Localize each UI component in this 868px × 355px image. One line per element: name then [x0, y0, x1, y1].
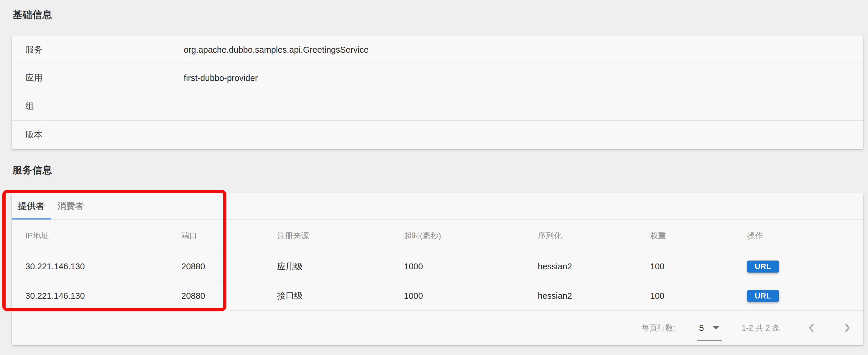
- cell-operation: URL: [747, 281, 863, 310]
- next-page-button[interactable]: [841, 322, 852, 334]
- provider-consumer-tabbar: 提供者 消费者: [12, 193, 863, 220]
- cell-timeout: 1000: [404, 252, 538, 281]
- column-header-timeout: 超时(毫秒): [404, 220, 538, 252]
- cell-operation: URL: [747, 252, 863, 281]
- chevron-left-icon: [806, 322, 818, 334]
- cell-ip: 30.221.146.130: [12, 281, 181, 310]
- tab-provider[interactable]: 提供者: [12, 200, 51, 212]
- info-row-version: 版本: [12, 121, 863, 149]
- service-info-title: 服务信息: [12, 164, 53, 177]
- previous-page-button[interactable]: [806, 322, 818, 334]
- tab-consumer[interactable]: 消费者: [51, 200, 90, 212]
- info-value-application: first-dubbo-provider: [184, 73, 258, 83]
- url-button[interactable]: URL: [747, 290, 779, 302]
- column-header-weight: 权重: [650, 220, 747, 252]
- active-tab-underline: [12, 218, 51, 220]
- cell-weight: 100: [650, 252, 747, 281]
- provider-table: IP地址 端口 注册来源 超时(毫秒) 序列化 权重 操作 30.221.146…: [12, 220, 863, 310]
- table-pagination-bar: 每页行数: 5 1-2 共 2 条: [12, 310, 863, 345]
- info-row-application: 应用 first-dubbo-provider: [12, 64, 863, 93]
- info-label-service: 服务: [25, 44, 184, 56]
- info-label-group: 组: [25, 100, 184, 112]
- cell-port: 20880: [181, 281, 277, 310]
- cell-serialization: hessian2: [538, 252, 650, 281]
- dropdown-arrow-icon: [713, 326, 719, 330]
- rows-per-page-value: 5: [699, 323, 704, 333]
- table-row: 30.221.146.130 20880 接口级 1000 hessian2 1…: [12, 281, 863, 310]
- basic-info-card: 服务 org.apache.dubbo.samples.api.Greeting…: [12, 36, 863, 149]
- info-label-version: 版本: [25, 129, 184, 141]
- rows-per-page-select[interactable]: 5: [699, 323, 719, 333]
- column-header-register-source: 注册来源: [277, 220, 404, 252]
- cell-ip: 30.221.146.130: [12, 252, 181, 281]
- cell-register-source: 应用级: [277, 252, 404, 281]
- cell-port: 20880: [181, 252, 277, 281]
- cell-weight: 100: [650, 281, 747, 310]
- column-header-serialization: 序列化: [538, 220, 650, 252]
- column-header-ip: IP地址: [12, 220, 181, 252]
- info-row-service: 服务 org.apache.dubbo.samples.api.Greeting…: [12, 36, 863, 64]
- cell-register-source: 接口级: [277, 281, 404, 310]
- rows-per-page-label: 每页行数:: [641, 323, 676, 333]
- cell-timeout: 1000: [404, 281, 538, 310]
- info-row-group: 组: [12, 93, 863, 121]
- basic-info-title: 基础信息: [12, 8, 53, 22]
- column-header-operation: 操作: [747, 220, 863, 252]
- provider-table-header-row: IP地址 端口 注册来源 超时(毫秒) 序列化 权重 操作: [12, 220, 863, 252]
- pagination-range-label: 1-2 共 2 条: [742, 323, 780, 333]
- info-value-service: org.apache.dubbo.samples.api.GreetingsSe…: [184, 45, 369, 55]
- url-button[interactable]: URL: [747, 260, 779, 273]
- table-row: 30.221.146.130 20880 应用级 1000 hessian2 1…: [12, 252, 863, 281]
- column-header-port: 端口: [181, 220, 277, 252]
- info-label-application: 应用: [25, 72, 184, 84]
- cell-serialization: hessian2: [538, 281, 650, 310]
- service-info-card: 提供者 消费者 IP地址 端口 注册来源 超时(毫秒) 序列化 权重 操作 30…: [12, 193, 863, 345]
- chevron-right-icon: [841, 322, 852, 334]
